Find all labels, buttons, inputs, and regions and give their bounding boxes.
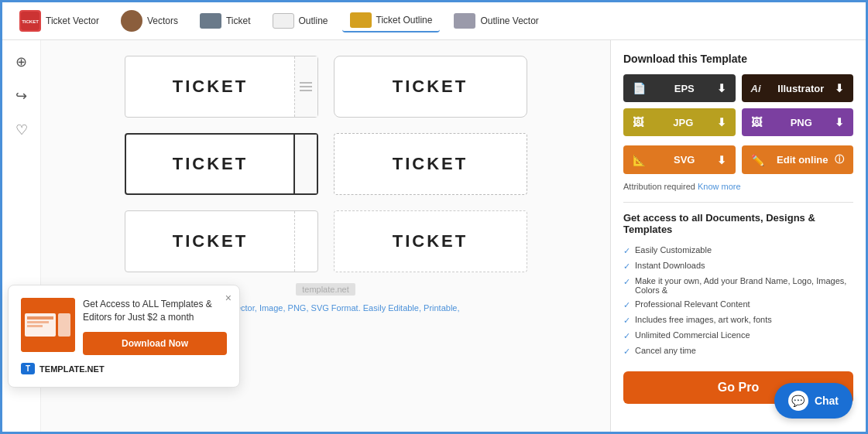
ticket-5: TICKET	[125, 210, 318, 272]
nav-item-outline-vector[interactable]: Outline Vector	[446, 10, 546, 32]
ticket-3-text: TICKET	[173, 154, 248, 174]
tickets-grid: TICKET TICKET TICKET	[125, 56, 527, 272]
svg-edit-row: 📐 SVG ⬇ ✏️ Edit online ⓘ	[623, 145, 853, 174]
jpg-icon: 🖼	[633, 116, 643, 128]
popup-footer-logo: T	[21, 363, 35, 374]
jpg-download-icon: ⬇	[717, 116, 726, 128]
ticket-6: TICKET	[334, 210, 527, 272]
svg-label: SVG	[652, 154, 717, 166]
feature-text-4: Professional Relevant Content	[635, 299, 750, 309]
outline-thumb	[273, 13, 294, 29]
nav-label-vectors: Vectors	[147, 15, 178, 26]
check-icon-3: ✓	[623, 277, 630, 287]
feature-item-1: ✓ Easily Customizable	[623, 243, 853, 258]
feature-item-2: ✓ Instant Downloads	[623, 258, 853, 274]
attribution-row: Attribution required Know more	[623, 182, 853, 191]
png-icon: 🖼	[751, 116, 762, 128]
svg-download-button[interactable]: 📐 SVG ⬇	[623, 145, 736, 174]
download-buttons: 📄 EPS ⬇ Ai Illustrator ⬇ 🖼 JPG ⬇	[623, 74, 853, 136]
top-nav: TICKET Ticket Vector Vectors Ticket Outl…	[2, 2, 866, 40]
png-download-icon: ⬇	[835, 116, 844, 128]
feature-item-3: ✓ Make it your own, Add your Brand Name,…	[623, 274, 853, 297]
illustrator-label: Illustrator	[767, 83, 835, 94]
png-download-button[interactable]: 🖼 PNG ⬇	[742, 108, 854, 136]
eps-label: EPS	[652, 83, 717, 94]
check-icon-5: ✓	[623, 316, 630, 326]
chat-button[interactable]: 💬 Chat	[774, 383, 853, 419]
access-title: Get access to all Documents, Designs & T…	[623, 212, 853, 235]
nav-item-ticket-outline[interactable]: Ticket Outline	[342, 9, 441, 32]
ticket-3: TICKET	[125, 133, 318, 195]
eps-icon: 📄	[633, 82, 646, 94]
feature-item-5: ✓ Includes free images, art work, fonts	[623, 313, 853, 328]
share-icon[interactable]: ↪	[12, 87, 31, 105]
illustrator-icon: Ai	[751, 83, 761, 94]
ticket-1-stub	[294, 56, 317, 117]
ticket-4: TICKET	[334, 133, 527, 195]
nav-label-outline: Outline	[299, 15, 328, 26]
jpg-download-button[interactable]: 🖼 JPG ⬇	[623, 108, 736, 136]
ticket-5-text: TICKET	[173, 231, 248, 251]
popup-download-button[interactable]: Download Now	[83, 332, 227, 355]
ticket-thumb	[200, 13, 221, 29]
ticket-2: TICKET	[334, 56, 527, 118]
svg-download-icon: ⬇	[717, 154, 726, 166]
popup-image	[21, 298, 75, 352]
nav-item-ticket[interactable]: Ticket	[192, 10, 259, 32]
svg-rect-4	[27, 316, 53, 320]
chat-label: Chat	[815, 395, 839, 407]
svg-rect-5	[27, 321, 49, 323]
svg-link[interactable]: SVG Format	[311, 303, 359, 313]
eps-download-button[interactable]: 📄 EPS ⬇	[623, 74, 736, 102]
edit-online-button[interactable]: ✏️ Edit online ⓘ	[742, 145, 854, 174]
png-link[interactable]: PNG	[288, 303, 307, 313]
feature-list: ✓ Easily Customizable ✓ Instant Download…	[623, 243, 853, 359]
popup-content: Get Access to ALL Templates & Editors fo…	[21, 298, 227, 355]
feature-item-7: ✓ Cancel any time	[623, 343, 853, 359]
chat-circle: 💬	[788, 391, 808, 411]
svg-rect-7	[58, 313, 70, 337]
divider	[623, 202, 853, 203]
popup-overlay: × Get Access to ALL Templates & Editors …	[8, 285, 240, 388]
check-icon-1: ✓	[623, 246, 630, 256]
check-icon-6: ✓	[623, 331, 630, 341]
popup-close-button[interactable]: ×	[225, 292, 232, 304]
feature-text-2: Instant Downloads	[635, 261, 705, 270]
watermark-text: template.net	[296, 283, 355, 296]
svg-icon: 📐	[633, 154, 646, 166]
check-icon-7: ✓	[623, 347, 630, 357]
heart-icon[interactable]: ♡	[12, 121, 31, 139]
ticket-6-text: TICKET	[393, 231, 468, 251]
edit-info-icon: ⓘ	[835, 153, 844, 166]
feature-text-7: Cancel any time	[635, 346, 696, 355]
popup-text-area: Get Access to ALL Templates & Editors fo…	[83, 298, 227, 355]
ticket-2-text: TICKET	[393, 77, 468, 97]
png-label: PNG	[768, 117, 835, 128]
feature-item-6: ✓ Unlimited Commercial Licence	[623, 328, 853, 343]
nav-item-outline[interactable]: Outline	[265, 10, 336, 32]
feature-item-4: ✓ Professional Relevant Content	[623, 297, 853, 313]
svg-rect-6	[27, 325, 43, 327]
illustrator-download-button[interactable]: Ai Illustrator ⬇	[742, 74, 854, 102]
nav-label-ticket-outline: Ticket Outline	[376, 15, 433, 26]
popup-footer-text: TEMPLATE.NET	[39, 364, 105, 374]
pinterest-icon[interactable]: ⊕	[12, 53, 31, 71]
ticket-5-stub	[294, 211, 317, 272]
nav-item-ticket-vector[interactable]: TICKET Ticket Vector	[12, 7, 107, 35]
know-more-link[interactable]: Know more	[698, 182, 741, 191]
feature-text-1: Easily Customizable	[635, 245, 712, 255]
check-icon-2: ✓	[623, 261, 630, 272]
nav-item-vectors[interactable]: Vectors	[113, 7, 186, 35]
ticket-4-text: TICKET	[393, 154, 468, 174]
vectors-thumb	[121, 10, 142, 32]
svg-text:TICKET: TICKET	[22, 19, 39, 24]
feature-text-6: Unlimited Commercial Licence	[635, 330, 750, 340]
nav-label-ticket-vector: Ticket Vector	[46, 15, 99, 26]
popup-footer: T TEMPLATE.NET	[21, 363, 227, 374]
nav-label-outline-vector: Outline Vector	[480, 15, 538, 26]
ticket-1-text: TICKET	[173, 77, 248, 97]
popup-description: Get Access to ALL Templates & Editors fo…	[83, 298, 227, 324]
jpg-label: JPG	[650, 117, 717, 128]
edit-icon: ✏️	[751, 154, 764, 166]
ticket-vector-icon: TICKET	[19, 10, 41, 32]
